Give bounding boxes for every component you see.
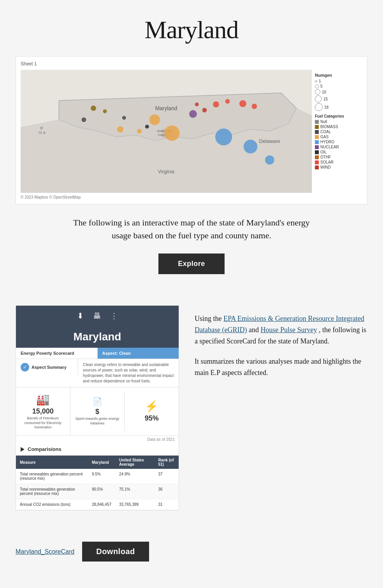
cell-measure: Total nonrenewables generation percent (… [16, 484, 88, 499]
svg-text:Virginia: Virginia [158, 169, 175, 174]
right-text-section: Using the EPA Emissions & Generation Res… [195, 305, 367, 511]
metric-petroleum-label: Barrels of Petroleum consumed for Electr… [20, 416, 66, 430]
house-pulse-link[interactable]: House Pulse Survey [260, 326, 317, 334]
cell-measure: Total renewables generation percent (res… [16, 469, 88, 484]
legend-fuel-title: Fuel Categories [315, 114, 359, 118]
cell-us-avg: 33,765,389 [115, 499, 154, 510]
legend-biomass: BIOMASS [315, 125, 359, 129]
scorecard-title-bar: Maryland [16, 326, 179, 348]
svg-point-17 [164, 125, 179, 141]
svg-point-30 [145, 125, 149, 129]
legend-wind: WIND [315, 165, 359, 169]
print-icon[interactable]: 🖶 [93, 312, 101, 320]
scorecard-title: Maryland [21, 331, 174, 343]
cell-rank: 31 [155, 499, 179, 510]
metric-green-value: $ [74, 408, 121, 416]
right-para2: It summarizes the various analyses made … [195, 356, 367, 379]
svg-point-19 [137, 129, 142, 134]
col-us-avg: United States Average [115, 456, 154, 469]
cell-us-avg: 75.1% [115, 484, 154, 499]
scorecard-link[interactable]: Maryland_ScoreCard [16, 548, 74, 555]
legend-nuclear: NUCLEAR [315, 145, 359, 149]
svg-point-32 [195, 102, 199, 106]
cell-rank: 36 [155, 484, 179, 499]
scorecard-toolbar: ⬇ 🖶 ⋮ [16, 306, 179, 326]
aspect-summary-left: ✓ Aspect Summary [16, 359, 78, 375]
legend-coal: COAL [315, 130, 359, 134]
legend-hydro: HYDRO [315, 140, 359, 144]
legend-null: Null [315, 120, 359, 124]
metric-petroleum-icon: 🏭 [20, 393, 66, 406]
page-title: Maryland [0, 0, 383, 56]
metric-percent-value: 95% [128, 414, 175, 423]
svg-point-22 [265, 155, 274, 165]
bottom-section: ⬇ 🖶 ⋮ Maryland Energy Poverty Scorecard … [0, 305, 383, 534]
svg-point-27 [251, 104, 257, 109]
explore-button[interactable]: Explore [158, 254, 225, 274]
legend-gas: GAS [315, 135, 359, 139]
aspect-summary-label: Aspect Summary [32, 365, 67, 370]
svg-point-26 [239, 100, 246, 107]
comparisons-table: Measure Maryland United States Average R… [16, 456, 179, 510]
table-row: Total nonrenewables generation percent (… [16, 484, 179, 499]
download-button[interactable]: Download [82, 542, 149, 562]
svg-point-25 [225, 99, 230, 104]
comparisons-label: Comparisions [28, 446, 61, 452]
legend-othf: OTHF [315, 155, 359, 159]
legend-numgen-1: 1 [315, 79, 359, 83]
legend-numgen-18: 18 [315, 103, 359, 111]
right-para1-before: Using the [195, 315, 223, 322]
download-icon[interactable]: ⬇ [77, 311, 84, 320]
legend-numgen-15: 15 [315, 95, 359, 102]
col-rank: Rank (of 51) [155, 456, 179, 469]
metric-green-icon: 📄 [74, 397, 121, 406]
more-icon[interactable]: ⋮ [110, 311, 118, 320]
table-row: Total renewables generation percent (res… [16, 469, 179, 484]
metric-petroleum-value: 15,000 [20, 407, 66, 415]
svg-text:Maryland: Maryland [155, 106, 177, 111]
metric-green: 📄 $ Spent towards green energy initiativ… [70, 391, 125, 431]
legend-oil: OIL [315, 150, 359, 154]
comparisons-header[interactable]: Comparisions [16, 443, 179, 456]
svg-text:st: st [40, 125, 43, 130]
map-description: The following is an interactive map of t… [55, 216, 328, 242]
svg-point-20 [215, 129, 232, 145]
play-icon [21, 447, 25, 452]
map-visual: Maryland Delaware Virginia st ni a Distr… [21, 69, 312, 194]
scorecard-panel: ⬇ 🖶 ⋮ Maryland Energy Poverty Scorecard … [16, 305, 179, 511]
scorecard-header-left: Energy Poverty Scorecard [16, 348, 98, 359]
legend-numgen-title: Numgen [315, 73, 359, 77]
metrics-row: 🏭 15,000 Barrels of Petroleum consumed f… [16, 387, 179, 436]
cell-rank: 37 [155, 469, 179, 484]
metric-green-label: Spent towards green energy initiatives [74, 417, 121, 426]
metric-petroleum: 🏭 15,000 Barrels of Petroleum consumed f… [16, 387, 70, 435]
bottom-bar: Maryland_ScoreCard Download [0, 534, 383, 573]
cell-us-avg: 24.9% [115, 469, 154, 484]
aspect-summary-row: ✓ Aspect Summary Clean energy refers to … [16, 359, 179, 387]
svg-point-24 [213, 101, 219, 107]
legend-numgen-10: 10 [315, 89, 359, 95]
cell-maryland: 28,846,457 [88, 499, 115, 510]
cell-maryland: 90.5% [88, 484, 115, 499]
sheet-label: Sheet 1 [21, 61, 362, 67]
right-para1: Using the EPA Emissions & Generation Res… [195, 313, 367, 347]
cell-maryland: 9.5% [88, 469, 115, 484]
right-para1-middle: and [249, 326, 261, 334]
data-date: Data as of 2021 [16, 436, 179, 443]
svg-point-14 [91, 106, 96, 111]
metric-percent: ⚡ 95% [125, 394, 179, 429]
map-section: Sheet 1 Maryland [16, 56, 367, 204]
svg-point-23 [189, 110, 197, 118]
map-credit: © 2023 Mapbox © OpenStreetMap [21, 195, 362, 199]
svg-point-18 [117, 126, 123, 132]
svg-point-21 [244, 140, 257, 153]
svg-text:Delaware: Delaware [259, 138, 280, 144]
cell-measure: Annual CO2 emissions (tons) [16, 499, 88, 510]
check-circle: ✓ [21, 363, 29, 371]
col-measure: Measure [16, 456, 88, 469]
svg-text:ni a: ni a [39, 130, 46, 135]
legend-numgen-5: 5 [315, 84, 359, 88]
legend-solar: SOLAR [315, 160, 359, 164]
map-legend: Numgen 1 5 10 15 18 Fuel Categories [312, 69, 362, 194]
metric-percent-icon: ⚡ [128, 400, 175, 413]
